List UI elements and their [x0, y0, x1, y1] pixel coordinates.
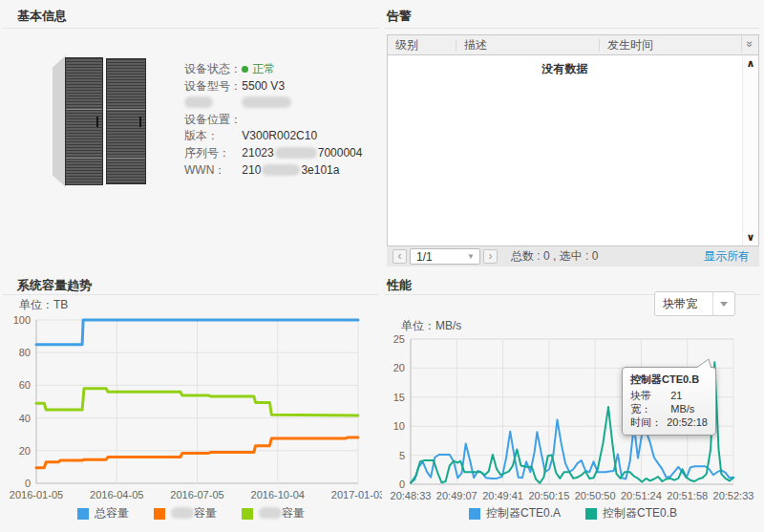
masked-block: [275, 147, 317, 159]
divider: [385, 28, 759, 29]
prev-page-button[interactable]: ‹: [393, 249, 407, 264]
svg-text:0: 0: [25, 478, 31, 489]
legend-chip-blue: [77, 508, 89, 520]
storage-device-image: [53, 55, 148, 187]
svg-text:80: 80: [19, 347, 31, 358]
svg-text:20:49:07: 20:49:07: [436, 490, 478, 501]
device-location-label: 设备位置：: [184, 112, 239, 129]
status-ok-icon: [242, 66, 248, 73]
serial-label: 序列号：: [184, 145, 239, 162]
page-select[interactable]: 1/1 ▼: [410, 248, 480, 265]
chart-tooltip: 控制器CTE0.B 块带宽： 21 MB/s 时间： 20:52:18: [622, 367, 716, 436]
svg-text:2016-04-05: 2016-04-05: [90, 489, 143, 500]
performance-legend: 控制器CTE0.A 控制器CTE0.B: [382, 505, 764, 521]
svg-text:20:51:24: 20:51:24: [621, 490, 662, 501]
version-value: V300R002C10: [242, 129, 317, 142]
page-indicator: 1/1: [411, 250, 467, 264]
performance-panel-title: 性能: [387, 277, 412, 294]
divider: [3, 28, 379, 29]
device-info-list: 设备状态： 正常 设备型号： 5500 V3 设备位置： 版本： V300R00…: [184, 61, 362, 179]
scroll-up-icon[interactable]: ∧: [743, 57, 758, 70]
basic-info-title: 基本信息: [17, 8, 67, 25]
masked-block: [171, 507, 194, 519]
wwn-value: 2103e101a: [242, 163, 339, 177]
scroll-down-icon[interactable]: ∨: [743, 231, 758, 244]
serial-row: 序列号： 210237000004: [184, 145, 362, 162]
svg-text:5: 5: [399, 450, 405, 461]
column-header-time: 发生时间: [599, 39, 741, 52]
svg-text:15: 15: [393, 392, 405, 403]
tooltip-row-bandwidth: 块带宽： 21 MB/s: [630, 389, 708, 415]
svg-text:20:50:50: 20:50:50: [575, 490, 616, 501]
metric-dropdown-value: 块带宽: [655, 296, 712, 312]
alarm-title: 告警: [387, 8, 412, 25]
wwn-row: WWN： 2103e101a: [184, 162, 362, 180]
svg-text:40: 40: [19, 413, 31, 424]
version-row: 版本： V300R002C10: [184, 128, 362, 145]
device-location-row: 设备位置：: [184, 112, 362, 129]
svg-text:25: 25: [393, 333, 405, 345]
column-settings-button[interactable]: »: [741, 33, 758, 53]
legend-chip-blue: [469, 508, 480, 520]
svg-text:2016-01-05: 2016-01-05: [10, 489, 63, 500]
device-model-label: 设备型号：: [184, 78, 239, 96]
svg-text:2016-10-04: 2016-10-04: [251, 489, 305, 500]
svg-text:60: 60: [19, 379, 31, 391]
svg-text:20: 20: [393, 362, 405, 373]
alarm-pagination-bar: ‹ 1/1 ▼ › 总数 : 0 , 选中 : 0 显示所有: [387, 246, 759, 266]
legend-item-controller-a: 控制器CTE0.A: [469, 505, 561, 521]
svg-text:100: 100: [13, 314, 31, 326]
legend-chip-green: [242, 508, 253, 520]
capacity-legend: 总容量 容量 容量: [0, 505, 382, 521]
alarm-count-summary: 总数 : 0 , 选中 : 0: [511, 248, 598, 265]
wwn-label: WWN：: [184, 162, 239, 180]
svg-text:2016-07-05: 2016-07-05: [170, 489, 223, 500]
svg-text:20:51:58: 20:51:58: [667, 490, 708, 501]
svg-text:20: 20: [19, 445, 31, 457]
capacity-trend-chart[interactable]: 0204060801002016-01-052016-04-052016-07-…: [0, 304, 382, 506]
capacity-panel-title: 系统容量趋势: [17, 277, 92, 294]
alarm-table-header: 级别 描述 发生时间 »: [388, 35, 758, 55]
device-cabinet-right: [106, 58, 146, 184]
tooltip-row-time: 时间： 20:52:18: [630, 415, 708, 429]
show-all-link[interactable]: 显示所有: [704, 248, 750, 265]
caret-down-icon: [720, 302, 728, 307]
svg-text:20:52:33: 20:52:33: [713, 490, 754, 501]
version-label: 版本：: [184, 128, 239, 145]
no-data-text: 没有数据: [388, 61, 742, 77]
svg-text:2017-01-03: 2017-01-03: [331, 489, 382, 500]
alarm-table: 级别 描述 发生时间 » 没有数据 ∧ ∨: [387, 34, 759, 246]
masked-info-row: [184, 95, 362, 112]
device-status-label: 设备状态：: [184, 61, 239, 78]
device-status-row: 设备状态： 正常: [184, 61, 362, 78]
device-side-panel: [53, 55, 66, 187]
legend-item-free-capacity-masked: 容量: [242, 505, 305, 521]
dashboard-page: 基本信息 设备状态： 正常 设备型号： 5500 V3 设备位置：: [0, 0, 764, 532]
svg-text:0: 0: [399, 479, 405, 490]
legend-item-used-capacity-masked: 容量: [154, 505, 217, 521]
double-chevron-down-icon: »: [744, 41, 757, 46]
masked-block: [259, 507, 282, 519]
next-page-button[interactable]: ›: [483, 249, 498, 264]
device-status-value: 正常: [242, 62, 275, 75]
metric-dropdown[interactable]: 块带宽: [654, 291, 735, 316]
device-model-value: 5500 V3: [242, 79, 285, 93]
tooltip-pointer: [693, 358, 712, 369]
tooltip-title: 控制器CTE0.B: [630, 372, 708, 387]
svg-text:20:48:33: 20:48:33: [391, 490, 432, 501]
alarm-table-body: 没有数据 ∧ ∨: [388, 55, 758, 245]
legend-chip-orange: [154, 508, 165, 520]
column-header-level: 级别: [388, 39, 456, 52]
divider: [3, 294, 379, 295]
device-model-row: 设备型号： 5500 V3: [184, 78, 362, 96]
device-cabinet-left: [65, 57, 103, 185]
masked-block: [262, 164, 300, 176]
legend-item-controller-b: 控制器CTE0.B: [585, 505, 677, 521]
legend-item-total-capacity: 总容量: [77, 505, 129, 521]
vertical-scrollbar[interactable]: ∧ ∨: [742, 55, 758, 245]
masked-block: [184, 96, 213, 108]
svg-text:10: 10: [393, 420, 405, 432]
column-header-description: 描述: [456, 39, 599, 52]
serial-value: 210237000004: [242, 146, 362, 160]
legend-chip-teal: [585, 508, 597, 520]
